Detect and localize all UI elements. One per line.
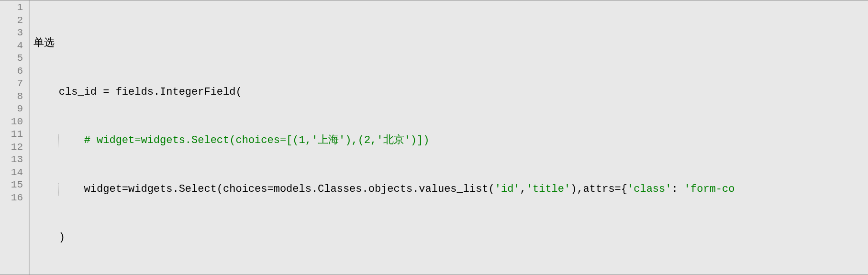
code-line[interactable]: 单选: [30, 37, 868, 50]
code-text: ): [33, 231, 65, 243]
code-line[interactable]: cls_id = fields.IntegerField(: [30, 86, 868, 99]
code-text: widget=widgets.Select(choices=models.Cla…: [33, 183, 495, 195]
line-number: 3: [0, 27, 29, 40]
code-line[interactable]: # widget=widgets.Select(choices=[(1,'上海'…: [30, 134, 868, 147]
line-number: 6: [0, 65, 29, 78]
code-line[interactable]: ): [30, 231, 868, 244]
line-number: 12: [0, 141, 29, 154]
line-number: 10: [0, 116, 29, 129]
code-text: ),attrs={: [570, 183, 627, 195]
comment-text: # widget=widgets.Select(choices=[(1,'上海'…: [84, 134, 430, 146]
code-area[interactable]: 单选 cls_id = fields.IntegerField( # widge…: [30, 0, 868, 275]
line-number: 14: [0, 166, 29, 179]
line-number: 15: [0, 179, 29, 192]
line-number: 11: [0, 128, 29, 141]
string-text: 'id': [495, 183, 520, 195]
line-number: 8: [0, 90, 29, 103]
line-number: 4: [0, 40, 29, 53]
indent-guide: [58, 183, 59, 196]
line-number: 7: [0, 77, 29, 90]
string-text: 'class': [627, 183, 671, 195]
indent-guide: [58, 134, 59, 147]
line-number: 2: [0, 14, 29, 27]
string-text: 'title': [526, 183, 570, 195]
line-number: 16: [0, 192, 29, 205]
code-text: :: [671, 183, 684, 195]
code-editor[interactable]: 1 2 3 4 5 6 7 8 9 10 11 12 13 14 15 16 单…: [0, 0, 868, 275]
line-number-gutter: 1 2 3 4 5 6 7 8 9 10 11 12 13 14 15 16: [0, 0, 30, 275]
code-text: ,: [520, 183, 526, 195]
line-number: 13: [0, 154, 29, 166]
line-number: 1: [0, 1, 29, 14]
code-text: cls_id = fields.IntegerField(: [33, 86, 242, 98]
code-text: 单选: [33, 37, 55, 49]
string-text: 'form-co: [684, 183, 735, 195]
line-number: 5: [0, 52, 29, 65]
line-number: 9: [0, 103, 29, 116]
code-line[interactable]: widget=widgets.Select(choices=models.Cla…: [30, 183, 868, 196]
